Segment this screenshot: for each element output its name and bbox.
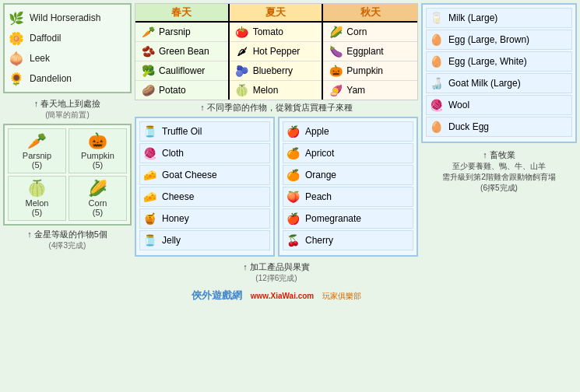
crop-label: Dandelion [30, 73, 72, 84]
orange-icon: 🍊 [285, 167, 301, 183]
spring-column: 🥕 Parsnip 🫘 Green Bean 🥦 Cauliflower [135, 23, 230, 100]
eggplant-icon: 🍆 [328, 44, 343, 59]
artisan-note: ↑ 加工產品與果實 (12擇6完成) [135, 261, 418, 284]
list-item: 🌽 Corn (5) [69, 176, 127, 221]
artisan-box: 🫙 Truffle Oil 🧶 Cloth 🧀 Goat Cheese 🧀 Ch… [135, 117, 275, 257]
list-item: 🥚 Egg (Large, White) [426, 51, 572, 72]
list-item: 🍑 Peach [283, 187, 413, 207]
watermark: 俠外遊戲網 www.XiaWai.com 玩家俱樂部 [135, 289, 418, 303]
fruit-box: 🍎 Apple 🍊 Apricot 🍊 Orange 🍑 Peach 🍎 [278, 117, 418, 257]
egg-large-white-icon: 🥚 [428, 54, 444, 69]
wild-horseradish-icon: 🌿 [8, 9, 25, 26]
list-item: 🍶 Goat Milk (Large) [426, 73, 572, 93]
potato-icon: 🥔 [140, 82, 156, 98]
crop-label: Leek [30, 53, 50, 64]
right-panel: 🥛 Milk (Large) 🥚 Egg (Large, Brown) 🥚 Eg… [421, 3, 577, 303]
summer-header: 夏天 [230, 4, 324, 23]
season-table: 春天 夏天 秋天 🥕 Parsnip 🫘 Green Bean [135, 3, 418, 100]
list-item: 🍊 Orange [283, 165, 413, 185]
list-item: 🍯 Honey [139, 208, 270, 229]
tomato-icon: 🍅 [234, 24, 250, 40]
melon-icon: 🍈 [29, 180, 46, 197]
list-item: 🥚 Duck Egg [426, 117, 572, 137]
livestock-note: ↑ 畜牧業 至少要養雞、鴨、牛、山羊 需升級到第2階雞舍跟動物飼育場 (6擇5完… [421, 149, 577, 194]
star-crop-name: Melon (5) [26, 198, 49, 217]
yam-icon: 🍠 [328, 82, 343, 98]
corn-icon: 🌽 [328, 24, 343, 40]
crop-label: Daffodil [30, 33, 61, 44]
summer-column: 🍅 Tomato 🌶 Hot Pepper 🫐 Blueberry � [230, 23, 324, 100]
wool-icon: 🧶 [428, 97, 444, 113]
milk-large-icon: 🥛 [428, 10, 444, 26]
dandelion-icon: 🌻 [8, 70, 25, 87]
list-item: 🌽 Corn [323, 23, 417, 42]
list-item: 🥕 Parsnip [135, 23, 228, 42]
blueberry-icon: 🫐 [234, 63, 250, 79]
list-item: 🧀 Cheese [139, 187, 270, 207]
cherry-icon: 🍒 [285, 233, 301, 248]
leek-icon: 🧅 [8, 50, 25, 67]
list-item: 🥔 Potato [135, 81, 228, 100]
list-item: 🫙 Truffle Oil [139, 121, 270, 142]
list-item: 🍅 Tomato [230, 23, 322, 42]
list-item: 🌶 Hot Pepper [230, 42, 322, 61]
apricot-icon: 🍊 [285, 145, 301, 161]
list-item: 🧶 Wool [426, 95, 572, 115]
duck-egg-icon: 🥚 [428, 119, 444, 135]
forage-crop-list: 🌿 Wild Horseradish 🌼 Daffodil 🧅 Leek 🌻 D… [3, 3, 132, 93]
list-item: 🍎 Pomegranate [283, 208, 413, 229]
list-item: 🍊 Apricot [283, 143, 413, 163]
list-item: 🍎 Apple [283, 121, 413, 142]
egg-large-brown-icon: 🥚 [428, 32, 444, 47]
pomegranate-icon: 🍎 [285, 211, 301, 226]
livestock-box: 🥛 Milk (Large) 🥚 Egg (Large, Brown) 🥚 Eg… [421, 3, 577, 143]
list-item: 🍠 Yam [323, 81, 417, 100]
list-item: 🥛 Milk (Large) [426, 8, 572, 28]
list-item: 🌻 Dandelion [8, 68, 127, 89]
middle-panel: 春天 夏天 秋天 🥕 Parsnip 🫘 Green Bean [135, 3, 418, 303]
apple-icon: 🍎 [285, 124, 301, 139]
list-item: 🌿 Wild Horseradish [8, 8, 127, 28]
list-item: 🍆 Eggplant [323, 42, 417, 61]
list-item: 🎃 Pumpkin [323, 61, 417, 81]
list-item: 🌼 Daffodil [8, 28, 127, 48]
green-bean-icon: 🫘 [140, 44, 156, 59]
list-item: 🧀 Goat Cheese [139, 165, 270, 185]
forage-note: ↑ 春天地上到處撿 (簡單的前置) [3, 98, 132, 121]
cheese-icon: 🧀 [142, 189, 157, 205]
pumpkin-icon: 🎃 [328, 63, 343, 79]
crop-label: Wild Horseradish [30, 12, 100, 23]
artisan-fruit-section: 🫙 Truffle Oil 🧶 Cloth 🧀 Goat Cheese 🧀 Ch… [135, 117, 418, 257]
star-crop-name: Pumpkin (5) [81, 151, 114, 170]
list-item: 🍒 Cherry [283, 230, 413, 250]
corn-icon: 🌽 [90, 180, 107, 197]
fall-header: 秋天 [323, 4, 417, 23]
honey-icon: 🍯 [142, 211, 157, 226]
list-item: 🫘 Green Bean [135, 42, 228, 61]
daffodil-icon: 🌼 [8, 30, 25, 47]
star-crops-section: 🥕 Parsnip (5) 🎃 Pumpkin (5) 🍈 [3, 124, 132, 251]
truffle-oil-icon: 🫙 [142, 124, 157, 139]
season-crops-grid: 🥕 Parsnip 🫘 Green Bean 🥦 Cauliflower [135, 23, 417, 100]
left-panel: 🌿 Wild Horseradish 🌼 Daffodil 🧅 Leek 🌻 D… [3, 3, 132, 303]
list-item: 🥦 Cauliflower [135, 61, 228, 81]
pumpkin-icon: 🎃 [90, 132, 107, 149]
list-item: 🥕 Parsnip (5) [8, 128, 66, 173]
list-item: 🍈 Melon [230, 81, 322, 100]
goat-milk-large-icon: 🍶 [428, 75, 444, 91]
list-item: 🧶 Cloth [139, 143, 270, 163]
cauliflower-icon: 🥦 [140, 63, 156, 79]
list-item: 🎃 Pumpkin (5) [69, 128, 127, 173]
cloth-icon: 🧶 [142, 145, 157, 161]
star-crops-grid: 🥕 Parsnip (5) 🎃 Pumpkin (5) 🍈 [3, 124, 132, 226]
spring-header: 春天 [135, 4, 230, 23]
goat-cheese-icon: 🧀 [142, 167, 157, 183]
parsnip-icon: 🥕 [29, 132, 46, 149]
star-crop-name: Parsnip (5) [23, 151, 51, 170]
list-item: 🫐 Blueberry [230, 61, 322, 81]
parsnip-icon: 🥕 [140, 24, 156, 40]
peach-icon: 🍑 [285, 189, 301, 205]
season-header: 春天 夏天 秋天 [135, 4, 417, 23]
season-note: ↑ 不同季節的作物，從雜貨店買種子來種 [135, 102, 418, 114]
fall-column: 🌽 Corn 🍆 Eggplant 🎃 Pumpkin 🍠 [323, 23, 417, 100]
